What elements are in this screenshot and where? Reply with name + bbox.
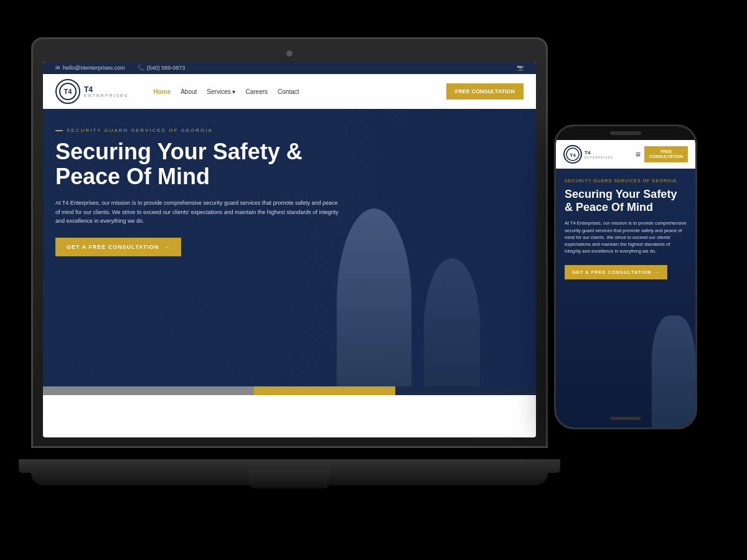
phone-hero-cta-button[interactable]: GET A FREE CONSULTATION →	[565, 265, 667, 279]
phone-nav-right: ≡ FREE CONSULTATION	[636, 146, 688, 163]
bar-gray	[43, 386, 254, 395]
topbar-phone-text: (540) 589-0873	[147, 65, 186, 71]
phone-body: T4 T4 ENTERPRISES ≡ FREE CONSULTATION	[554, 124, 697, 429]
phone-speaker	[610, 131, 641, 135]
dropdown-icon: ▾	[232, 88, 235, 95]
topbar-phone: 📞 (540) 589-0873	[138, 65, 186, 71]
site-topbar: ✉ hello@t4enterprises.com 📞 (540) 589-08…	[43, 62, 536, 74]
site-hero: SECURITY GUARD SERVICES OF GEORGIA Secur…	[43, 109, 536, 395]
bar-gold	[254, 386, 395, 395]
phone-screen: T4 T4 ENTERPRISES ≡ FREE CONSULTATION	[556, 126, 695, 427]
hero-content: SECURITY GUARD SERVICES OF GEORGIA Secur…	[43, 109, 364, 269]
laptop-screen: ✉ hello@t4enterprises.com 📞 (540) 589-08…	[43, 62, 536, 437]
laptop-body: ✉ hello@t4enterprises.com 📞 (540) 589-08…	[31, 37, 548, 448]
arrow-icon: →	[164, 244, 170, 250]
phone-logo-text: T4 ENTERPRISES	[585, 150, 613, 159]
hero-cta-button[interactable]: GET A FREE CONSULTATION →	[55, 238, 181, 256]
svg-text:T4: T4	[570, 152, 576, 158]
svg-text:T4: T4	[64, 88, 73, 95]
hamburger-icon[interactable]: ≡	[636, 149, 641, 159]
site-logo: T4 T4 ENTERPRISES	[55, 79, 128, 104]
guard-figure-2	[424, 258, 480, 395]
phone-logo-icon: T4	[563, 145, 582, 164]
phone-cta-button[interactable]: FREE CONSULTATION	[644, 146, 688, 163]
logo-text: T4 ENTERPRISES	[84, 86, 128, 98]
phone-device: T4 T4 ENTERPRISES ≡ FREE CONSULTATION	[554, 124, 697, 429]
instagram-icon: 📷	[517, 65, 524, 71]
nav-services[interactable]: Services ▾	[207, 88, 235, 95]
phone-navbar: T4 T4 ENTERPRISES ≡ FREE CONSULTATION	[556, 140, 695, 169]
site-nav: Home About Services ▾ Careers Contact	[153, 88, 434, 95]
phone-screen-inner: T4 T4 ENTERPRISES ≡ FREE CONSULTATION	[556, 140, 695, 427]
logo-sub: ENTERPRISES	[84, 93, 128, 98]
phone-hero-content: SECURITY GUARD SERVICES OF GEORGIA Secur…	[556, 169, 695, 286]
phone-hero: SECURITY GUARD SERVICES OF GEORGIA Secur…	[556, 169, 695, 427]
nav-contact[interactable]: Contact	[278, 88, 299, 95]
hero-title: Securing Your Safety & Peace Of Mind	[55, 139, 351, 189]
hero-bottom-bars	[43, 386, 536, 395]
laptop-camera	[286, 50, 293, 57]
nav-careers[interactable]: Careers	[245, 88, 268, 95]
email-icon: ✉	[55, 65, 60, 71]
logo-emblem: T4	[55, 79, 80, 104]
nav-about[interactable]: About	[181, 88, 197, 95]
phone-hero-subtitle: SECURITY GUARD SERVICES OF GEORGIA	[565, 179, 687, 183]
phone-home-indicator	[610, 417, 641, 420]
bar-navy	[395, 386, 536, 395]
phone-logo: T4 T4 ENTERPRISES	[563, 145, 613, 164]
laptop-device: ✉ hello@t4enterprises.com 📞 (540) 589-08…	[31, 37, 548, 523]
phone-arrow-icon: →	[654, 269, 660, 275]
logo-brand: T4	[84, 86, 128, 93]
phone-hero-title: Securing Your Safety & Peace Of Mind	[565, 188, 687, 213]
laptop-stand	[249, 470, 330, 488]
phone-guard-figure	[652, 315, 695, 427]
phone-icon: 📞	[138, 65, 144, 71]
hero-description: At T4 Enterprises, our mission is to pro…	[55, 198, 342, 225]
phone-top-bar	[556, 126, 695, 140]
phone-hero-description: At T4 Enterprises, our mission is to pro…	[565, 220, 687, 254]
topbar-email: ✉ hello@t4enterprises.com	[55, 65, 125, 71]
site-navbar: T4 T4 ENTERPRISES Home About Services ▾ …	[43, 74, 536, 109]
nav-cta-button[interactable]: FREE CONSULTATION	[446, 83, 524, 100]
nav-home[interactable]: Home	[153, 88, 171, 95]
topbar-email-text: hello@t4enterprises.com	[63, 65, 125, 71]
hero-subtitle: SECURITY GUARD SERVICES OF GEORGIA	[55, 128, 351, 133]
